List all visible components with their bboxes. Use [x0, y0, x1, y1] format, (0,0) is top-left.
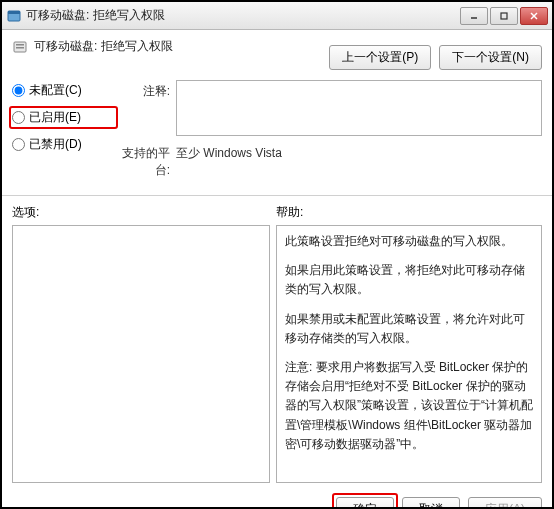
- platform-label: 支持的平台:: [112, 142, 176, 179]
- maximize-button[interactable]: [490, 7, 518, 25]
- svg-rect-8: [16, 47, 24, 49]
- radio-enabled-input[interactable]: [12, 111, 25, 124]
- radio-enabled[interactable]: 已启用(E): [12, 109, 112, 126]
- ok-button[interactable]: 确定: [336, 497, 394, 509]
- apply-button[interactable]: 应用(A): [468, 497, 542, 509]
- policy-heading: 可移动磁盘: 拒绝写入权限: [34, 38, 173, 55]
- titlebar: 可移动磁盘: 拒绝写入权限: [2, 2, 552, 30]
- policy-icon: [12, 39, 28, 55]
- radio-enabled-label: 已启用(E): [29, 109, 81, 126]
- radio-disabled-label: 已禁用(D): [29, 136, 82, 153]
- svg-rect-7: [16, 44, 24, 46]
- comment-input[interactable]: [176, 80, 542, 136]
- close-button[interactable]: [520, 7, 548, 25]
- window-controls: [460, 7, 548, 25]
- window-title: 可移动磁盘: 拒绝写入权限: [26, 7, 460, 24]
- window-icon: [6, 8, 22, 24]
- radio-not-configured-label: 未配置(C): [29, 82, 82, 99]
- comment-label: 注释:: [112, 80, 176, 136]
- help-panel: 此策略设置拒绝对可移动磁盘的写入权限。 如果启用此策略设置，将拒绝对此可移动存储…: [276, 225, 542, 483]
- minimize-button[interactable]: [460, 7, 488, 25]
- radio-not-configured-input[interactable]: [12, 84, 25, 97]
- cancel-button[interactable]: 取消: [402, 497, 460, 509]
- radio-disabled-input[interactable]: [12, 138, 25, 151]
- svg-rect-1: [8, 11, 20, 14]
- help-text: 注意: 要求用户将数据写入受 BitLocker 保护的存储会启用“拒绝对不受 …: [285, 358, 533, 454]
- svg-rect-3: [501, 13, 507, 19]
- radio-not-configured[interactable]: 未配置(C): [12, 82, 112, 99]
- radio-disabled[interactable]: 已禁用(D): [12, 136, 112, 153]
- highlight-ok: 确定: [332, 493, 398, 509]
- help-text: 如果启用此策略设置，将拒绝对此可移动存储类的写入权限。: [285, 261, 533, 299]
- help-text: 如果禁用或未配置此策略设置，将允许对此可移动存储类的写入权限。: [285, 310, 533, 348]
- highlight-enabled: 已启用(E): [9, 106, 118, 129]
- options-panel: [12, 225, 270, 483]
- help-label: 帮助:: [276, 204, 303, 221]
- next-setting-button[interactable]: 下一个设置(N): [439, 45, 542, 70]
- prev-setting-button[interactable]: 上一个设置(P): [329, 45, 431, 70]
- help-text: 此策略设置拒绝对可移动磁盘的写入权限。: [285, 232, 533, 251]
- options-label: 选项:: [12, 204, 276, 221]
- platform-value: 至少 Windows Vista: [176, 142, 542, 179]
